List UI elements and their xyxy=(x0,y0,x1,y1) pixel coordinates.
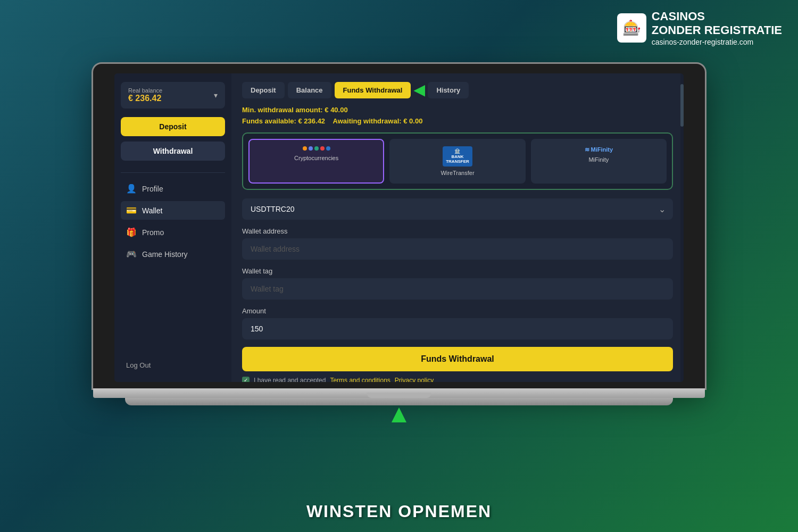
funds-withdrawal-button[interactable]: Funds Withdrawal xyxy=(242,347,673,371)
amount-input[interactable] xyxy=(242,318,673,339)
arrow-pointing-tab-icon: ◀ xyxy=(414,82,425,98)
wallet-address-input[interactable] xyxy=(242,238,673,260)
dot-bitcoin xyxy=(303,146,307,151)
balance-chevron-icon: ▾ xyxy=(214,91,218,99)
laptop-screen: Real balance € 236.42 ▾ Deposit Withdraw… xyxy=(114,73,684,382)
dot-usdt xyxy=(314,146,319,151)
laptop-bezel: Real balance € 236.42 ▾ Deposit Withdraw… xyxy=(93,64,705,388)
arrow-up-icon: ▲ xyxy=(386,401,412,427)
laptop-container: Real balance € 236.42 ▾ Deposit Withdraw… xyxy=(93,64,705,405)
casino-icon: 🎰 xyxy=(622,19,641,37)
dot-eth xyxy=(309,146,313,151)
wallet-icon: 💳 xyxy=(126,205,137,215)
sidebar-label-wallet: Wallet xyxy=(142,206,162,215)
game-history-icon: 🎮 xyxy=(126,249,137,259)
branding-icon: 🎰 xyxy=(617,13,646,43)
funds-info: Funds available: € 236.42 Awaiting withd… xyxy=(242,117,673,125)
sidebar-item-promo[interactable]: 🎁 Promo xyxy=(121,223,225,242)
scrollbar-thumb[interactable] xyxy=(680,84,684,127)
branding: 🎰 CASINOS ZONDER REGISTRATIE casinos-zon… xyxy=(617,10,782,46)
payment-methods: Cryptocurrencies 🏦 BANKTRANSFER WireTran… xyxy=(242,132,673,190)
network-select-wrapper: USDTTRC20 xyxy=(242,198,673,220)
payment-method-mifinity[interactable]: ≋ MiFinity MiFinity xyxy=(531,139,667,184)
profile-icon: 👤 xyxy=(126,184,137,194)
bank-transfer-logo: 🏦 BANKTRANSFER xyxy=(443,146,472,167)
laptop-base xyxy=(93,388,705,398)
funds-available-amount: € 236.42 xyxy=(298,117,326,125)
awaiting-label: Awaiting withdrawal: xyxy=(333,117,402,125)
sidebar-label-promo: Promo xyxy=(142,228,164,237)
title-line2: ZONDER REGISTRATIE xyxy=(652,23,782,37)
min-withdrawal-info: Min. withdrawal amount: € 40.00 xyxy=(242,106,673,114)
sidebar-item-wallet[interactable]: 💳 Wallet xyxy=(121,201,225,220)
terms-row: ✓ I have read and accepted Terms and con… xyxy=(242,377,673,382)
balance-box[interactable]: Real balance € 236.42 ▾ xyxy=(121,82,225,109)
sidebar-label-game-history: Game History xyxy=(142,250,188,259)
sidebar-label-profile: Profile xyxy=(142,185,163,193)
withdrawal-button[interactable]: Withdrawal xyxy=(121,142,225,161)
wallet-tag-input[interactable] xyxy=(242,278,673,300)
funds-available-label: Funds available: xyxy=(242,117,296,125)
payment-method-crypto[interactable]: Cryptocurrencies xyxy=(248,139,384,184)
main-content: Deposit Balance Funds Withdrawal ◀ Histo… xyxy=(231,73,684,382)
tab-balance[interactable]: Balance xyxy=(288,82,331,98)
balance-info: Real balance € 236.42 xyxy=(128,87,162,103)
branding-url: casinos-zonder-registratie.com xyxy=(652,38,782,46)
scrollbar-track xyxy=(680,73,684,382)
bank-icon: 🏦 xyxy=(446,148,469,154)
branding-text: CASINOS ZONDER REGISTRATIE casinos-zonde… xyxy=(652,10,782,46)
sidebar-divider xyxy=(121,172,225,173)
wallet-address-label: Wallet address xyxy=(242,227,673,235)
network-select[interactable]: USDTTRC20 xyxy=(242,198,673,220)
mifinity-logo: ≋ MiFinity xyxy=(585,146,613,153)
terms-text: I have read and accepted xyxy=(254,377,326,382)
deposit-button[interactable]: Deposit xyxy=(121,117,225,136)
amount-label: Amount xyxy=(242,307,673,315)
title-line1: CASINOS xyxy=(652,10,705,23)
logout-button[interactable]: Log Out xyxy=(121,357,225,373)
terms-checkbox[interactable]: ✓ xyxy=(242,377,250,382)
mifinity-label: MiFinity xyxy=(588,156,609,163)
min-withdrawal-amount: € 40.00 xyxy=(325,106,347,114)
balance-amount: € 236.42 xyxy=(128,94,162,103)
promo-icon: 🎁 xyxy=(126,227,137,237)
terms-link1[interactable]: Terms and conditions xyxy=(330,377,390,382)
sidebar: Real balance € 236.42 ▾ Deposit Withdraw… xyxy=(114,73,231,382)
balance-label: Real balance xyxy=(128,87,162,94)
crypto-label: Cryptocurrencies xyxy=(294,155,338,161)
bank-label: WireTransfer xyxy=(440,170,474,176)
sidebar-item-profile[interactable]: 👤 Profile xyxy=(121,179,225,198)
terms-link2[interactable]: Privacy policy xyxy=(395,377,434,382)
wallet-tag-label: Wallet tag xyxy=(242,267,673,275)
dot-usdc xyxy=(326,146,330,151)
dot-avax xyxy=(320,146,325,151)
footer-title: WINSTEN OPNEMEN xyxy=(306,502,492,521)
amount-group: Amount xyxy=(242,307,673,339)
crypto-dots xyxy=(303,146,330,151)
tab-row: Deposit Balance Funds Withdrawal ◀ Histo… xyxy=(242,82,673,98)
min-withdrawal-label: Min. withdrawal amount: xyxy=(242,106,323,114)
sidebar-item-game-history[interactable]: 🎮 Game History xyxy=(121,245,225,263)
tab-history[interactable]: History xyxy=(428,82,469,98)
payment-method-bank[interactable]: 🏦 BANKTRANSFER WireTransfer xyxy=(389,139,525,184)
tab-funds-withdrawal[interactable]: Funds Withdrawal xyxy=(335,82,411,98)
network-select-group: USDTTRC20 xyxy=(242,198,673,220)
bank-transfer-text: BANKTRANSFER xyxy=(446,154,469,164)
awaiting-amount: € 0.00 xyxy=(403,117,422,125)
branding-title-line1: CASINOS ZONDER REGISTRATIE xyxy=(652,10,782,38)
wallet-address-group: Wallet address xyxy=(242,227,673,260)
tab-deposit[interactable]: Deposit xyxy=(242,82,285,98)
wallet-tag-group: Wallet tag xyxy=(242,267,673,300)
